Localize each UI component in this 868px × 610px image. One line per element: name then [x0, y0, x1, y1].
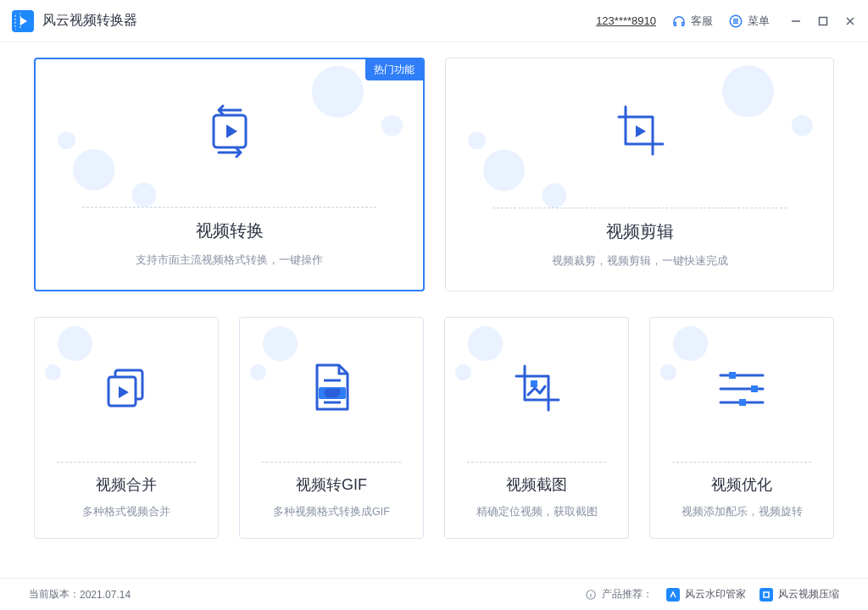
- maximize-button[interactable]: [817, 15, 829, 27]
- svg-rect-21: [729, 372, 736, 379]
- card-video-gif[interactable]: GIF 视频转GIF 多种视频格式转换成GIF: [239, 317, 424, 539]
- version-label: 当前版本：: [29, 587, 80, 602]
- minimize-button[interactable]: [790, 15, 802, 27]
- recommend-watermark[interactable]: 风云水印管家: [666, 587, 746, 602]
- menu-icon: [728, 14, 743, 29]
- recommend-compress[interactable]: 风云视频压缩: [760, 587, 839, 602]
- sliders-icon: [714, 363, 770, 416]
- card-title: 视频合并: [96, 474, 157, 495]
- crop-icon: [609, 100, 671, 166]
- card-video-optimize[interactable]: 视频优化 视频添加配乐，视频旋转: [649, 317, 834, 539]
- svg-marker-10: [226, 125, 237, 138]
- card-desc: 精确定位视频，获取截图: [476, 505, 598, 519]
- card-desc: 支持市面主流视频格式转换，一键操作: [136, 252, 323, 268]
- version-value: 2021.07.14: [80, 589, 131, 601]
- main-content: 热门功能 视频转换 支持市面主流视频格式转换，一键操作: [0, 42, 868, 547]
- svg-rect-27: [764, 592, 769, 597]
- merge-icon: [100, 362, 153, 418]
- menu-label: 菜单: [748, 14, 770, 29]
- menu-button[interactable]: 菜单: [728, 14, 770, 29]
- card-desc: 视频添加配乐，视频旋转: [682, 505, 803, 519]
- card-video-convert[interactable]: 热门功能 视频转换 支持市面主流视频格式转换，一键操作: [34, 58, 425, 291]
- svg-marker-11: [636, 125, 646, 137]
- svg-rect-23: [751, 385, 758, 392]
- footer: 当前版本： 2021.07.14 产品推荐： 风云水印管家 风云视频压缩: [0, 578, 868, 610]
- support-label: 客服: [691, 14, 713, 29]
- svg-rect-19: [531, 380, 537, 387]
- headset-icon: [671, 14, 687, 29]
- card-video-screenshot[interactable]: 视频截图 精确定位视频，获取截图: [444, 317, 629, 539]
- card-desc: 多种格式视频合并: [82, 505, 170, 519]
- card-title: 视频优化: [711, 474, 772, 495]
- titlebar: 风云视频转换器 123****8910 客服 菜单: [0, 0, 868, 42]
- convert-icon: [198, 100, 261, 166]
- close-button[interactable]: [844, 15, 856, 27]
- app-title: 风云视频转换器: [42, 12, 137, 30]
- card-title: 视频截图: [506, 474, 567, 495]
- screenshot-icon: [509, 361, 564, 419]
- card-desc: 多种视频格式转换成GIF: [273, 505, 390, 519]
- product-icon: [760, 588, 773, 602]
- svg-rect-6: [820, 17, 827, 25]
- gif-file-icon: GIF: [307, 360, 356, 419]
- support-button[interactable]: 客服: [671, 14, 713, 29]
- info-icon: [585, 589, 597, 601]
- card-title: 视频转GIF: [296, 474, 367, 495]
- card-title: 视频剪辑: [606, 220, 674, 243]
- card-video-merge[interactable]: 视频合并 多种格式视频合并: [34, 317, 219, 539]
- card-title: 视频转换: [196, 219, 264, 242]
- account-link[interactable]: 123****8910: [596, 14, 656, 27]
- svg-rect-25: [739, 399, 746, 406]
- svg-text:GIF: GIF: [326, 389, 340, 398]
- recommend-label: 产品推荐：: [585, 587, 653, 602]
- app-logo-icon: [12, 10, 34, 32]
- svg-marker-0: [20, 17, 27, 25]
- card-desc: 视频裁剪，视频剪辑，一键快速完成: [552, 253, 728, 269]
- card-video-edit[interactable]: 视频剪辑 视频裁剪，视频剪辑，一键快速完成: [445, 58, 834, 291]
- product-icon: [666, 588, 680, 602]
